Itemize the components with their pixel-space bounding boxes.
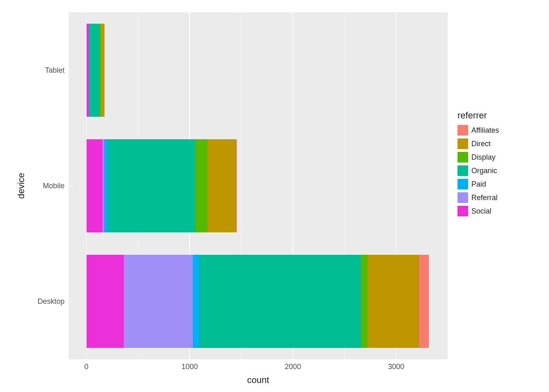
legend-label: Social bbox=[471, 207, 491, 216]
x-axis-title: count bbox=[69, 375, 448, 385]
legend-item-referral: Referral bbox=[458, 192, 499, 203]
x-tick-label: 2000 bbox=[285, 363, 301, 371]
legend-label: Display bbox=[471, 153, 495, 162]
segment-display bbox=[195, 139, 208, 232]
chart-container: device count referrer AffiliatesDirectDi… bbox=[0, 0, 549, 392]
segment-organic bbox=[199, 255, 361, 348]
legend-key bbox=[458, 179, 468, 189]
legend-key bbox=[458, 125, 468, 136]
segment-affiliates bbox=[104, 24, 105, 117]
legend-item-paid: Paid bbox=[458, 179, 499, 189]
legend-key bbox=[458, 152, 468, 163]
y-tick-label: Mobile bbox=[29, 182, 65, 190]
bar-tablet bbox=[87, 24, 105, 117]
segment-direct bbox=[368, 255, 419, 348]
segment-paid bbox=[193, 255, 199, 348]
segment-organic bbox=[107, 139, 195, 232]
legend-swatch bbox=[458, 206, 468, 216]
segment-social bbox=[87, 255, 124, 348]
segment-affiliates bbox=[419, 255, 429, 348]
y-axis-title: device bbox=[16, 173, 27, 199]
legend-item-organic: Organic bbox=[458, 165, 499, 176]
legend-item-display: Display bbox=[458, 152, 499, 163]
segment-display bbox=[361, 255, 368, 348]
legend-key bbox=[458, 192, 468, 203]
y-tick-label: Desktop bbox=[29, 297, 65, 306]
legend-swatch bbox=[458, 179, 468, 189]
bar-desktop bbox=[87, 255, 429, 348]
segment-direct bbox=[101, 24, 104, 117]
legend-label: Paid bbox=[471, 180, 486, 189]
legend-key bbox=[458, 206, 468, 216]
legend-item-affiliates: Affiliates bbox=[458, 125, 499, 136]
segment-referral bbox=[124, 255, 193, 348]
legend-item-social: Social bbox=[458, 206, 499, 216]
legend-swatch bbox=[458, 192, 468, 203]
plot-panel bbox=[69, 12, 448, 359]
legend-title: referrer bbox=[458, 110, 499, 121]
legend-item-direct: Direct bbox=[458, 138, 499, 149]
segment-direct bbox=[208, 139, 236, 232]
x-tick-label: 1000 bbox=[181, 363, 198, 371]
legend: referrer AffiliatesDirectDisplayOrganicP… bbox=[458, 110, 499, 219]
legend-swatch bbox=[458, 165, 468, 176]
legend-label: Referral bbox=[471, 194, 498, 202]
legend-label: Direct bbox=[471, 140, 491, 148]
y-tick-label: Tablet bbox=[29, 66, 65, 74]
legend-key bbox=[458, 138, 468, 149]
legend-swatch bbox=[458, 138, 468, 149]
x-tick-label: 3000 bbox=[388, 363, 404, 371]
legend-label: Organic bbox=[471, 167, 497, 175]
x-tick-label: 0 bbox=[85, 363, 89, 371]
segment-paid bbox=[104, 139, 108, 232]
segment-affiliates bbox=[236, 139, 237, 232]
segment-social bbox=[87, 139, 103, 232]
legend-swatch bbox=[458, 125, 468, 136]
bar-mobile bbox=[87, 139, 237, 232]
legend-key bbox=[458, 165, 468, 176]
legend-swatch bbox=[458, 152, 468, 163]
segment-organic bbox=[89, 24, 100, 117]
legend-label: Affiliates bbox=[471, 126, 499, 135]
